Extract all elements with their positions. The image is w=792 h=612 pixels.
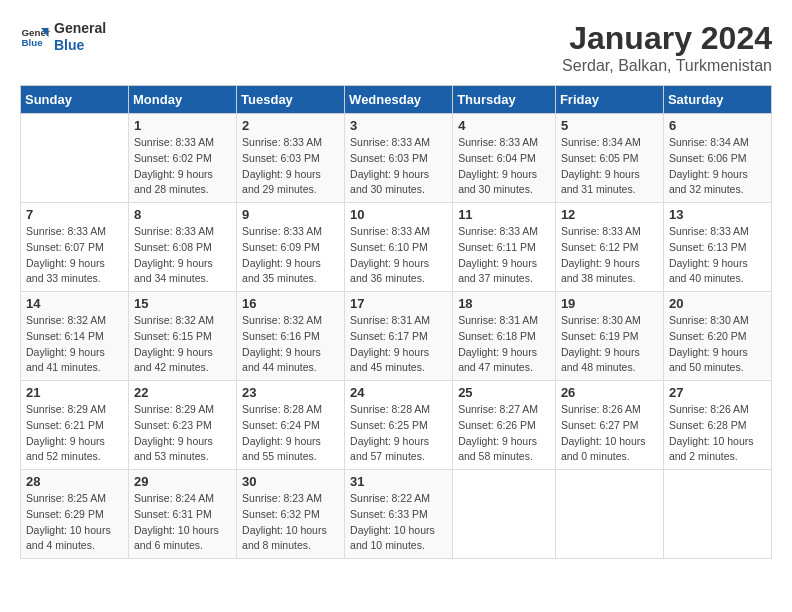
calendar-cell: 13Sunrise: 8:33 AM Sunset: 6:13 PM Dayli… — [663, 203, 771, 292]
day-number: 13 — [669, 207, 766, 222]
calendar-cell: 2Sunrise: 8:33 AM Sunset: 6:03 PM Daylig… — [237, 114, 345, 203]
day-number: 26 — [561, 385, 658, 400]
calendar-cell — [453, 470, 556, 559]
week-row-2: 14Sunrise: 8:32 AM Sunset: 6:14 PM Dayli… — [21, 292, 772, 381]
day-number: 27 — [669, 385, 766, 400]
day-number: 22 — [134, 385, 231, 400]
day-number: 16 — [242, 296, 339, 311]
calendar-table: SundayMondayTuesdayWednesdayThursdayFrid… — [20, 85, 772, 559]
calendar-cell — [663, 470, 771, 559]
day-number: 4 — [458, 118, 550, 133]
day-info: Sunrise: 8:33 AM Sunset: 6:04 PM Dayligh… — [458, 135, 550, 198]
day-info: Sunrise: 8:33 AM Sunset: 6:08 PM Dayligh… — [134, 224, 231, 287]
calendar-cell — [555, 470, 663, 559]
calendar-cell: 15Sunrise: 8:32 AM Sunset: 6:15 PM Dayli… — [129, 292, 237, 381]
day-info: Sunrise: 8:30 AM Sunset: 6:20 PM Dayligh… — [669, 313, 766, 376]
calendar-cell: 9Sunrise: 8:33 AM Sunset: 6:09 PM Daylig… — [237, 203, 345, 292]
svg-text:Blue: Blue — [22, 37, 44, 48]
calendar-cell — [21, 114, 129, 203]
day-info: Sunrise: 8:24 AM Sunset: 6:31 PM Dayligh… — [134, 491, 231, 554]
logo-text-blue: Blue — [54, 37, 106, 54]
day-info: Sunrise: 8:31 AM Sunset: 6:18 PM Dayligh… — [458, 313, 550, 376]
day-info: Sunrise: 8:33 AM Sunset: 6:11 PM Dayligh… — [458, 224, 550, 287]
day-info: Sunrise: 8:33 AM Sunset: 6:12 PM Dayligh… — [561, 224, 658, 287]
calendar-subtitle: Serdar, Balkan, Turkmenistan — [562, 57, 772, 75]
day-info: Sunrise: 8:22 AM Sunset: 6:33 PM Dayligh… — [350, 491, 447, 554]
day-number: 18 — [458, 296, 550, 311]
calendar-cell: 17Sunrise: 8:31 AM Sunset: 6:17 PM Dayli… — [345, 292, 453, 381]
calendar-cell: 23Sunrise: 8:28 AM Sunset: 6:24 PM Dayli… — [237, 381, 345, 470]
week-row-0: 1Sunrise: 8:33 AM Sunset: 6:02 PM Daylig… — [21, 114, 772, 203]
day-info: Sunrise: 8:31 AM Sunset: 6:17 PM Dayligh… — [350, 313, 447, 376]
day-number: 30 — [242, 474, 339, 489]
day-number: 24 — [350, 385, 447, 400]
day-info: Sunrise: 8:28 AM Sunset: 6:25 PM Dayligh… — [350, 402, 447, 465]
day-info: Sunrise: 8:33 AM Sunset: 6:02 PM Dayligh… — [134, 135, 231, 198]
calendar-cell: 7Sunrise: 8:33 AM Sunset: 6:07 PM Daylig… — [21, 203, 129, 292]
calendar-cell: 10Sunrise: 8:33 AM Sunset: 6:10 PM Dayli… — [345, 203, 453, 292]
day-info: Sunrise: 8:32 AM Sunset: 6:16 PM Dayligh… — [242, 313, 339, 376]
day-info: Sunrise: 8:33 AM Sunset: 6:13 PM Dayligh… — [669, 224, 766, 287]
day-info: Sunrise: 8:25 AM Sunset: 6:29 PM Dayligh… — [26, 491, 123, 554]
calendar-cell: 3Sunrise: 8:33 AM Sunset: 6:03 PM Daylig… — [345, 114, 453, 203]
day-number: 28 — [26, 474, 123, 489]
day-number: 7 — [26, 207, 123, 222]
header-row: SundayMondayTuesdayWednesdayThursdayFrid… — [21, 86, 772, 114]
day-info: Sunrise: 8:26 AM Sunset: 6:28 PM Dayligh… — [669, 402, 766, 465]
calendar-cell: 22Sunrise: 8:29 AM Sunset: 6:23 PM Dayli… — [129, 381, 237, 470]
header-cell-tuesday: Tuesday — [237, 86, 345, 114]
calendar-cell: 5Sunrise: 8:34 AM Sunset: 6:05 PM Daylig… — [555, 114, 663, 203]
calendar-cell: 12Sunrise: 8:33 AM Sunset: 6:12 PM Dayli… — [555, 203, 663, 292]
calendar-cell: 20Sunrise: 8:30 AM Sunset: 6:20 PM Dayli… — [663, 292, 771, 381]
day-number: 23 — [242, 385, 339, 400]
header-cell-wednesday: Wednesday — [345, 86, 453, 114]
day-number: 8 — [134, 207, 231, 222]
day-info: Sunrise: 8:33 AM Sunset: 6:07 PM Dayligh… — [26, 224, 123, 287]
day-number: 5 — [561, 118, 658, 133]
day-number: 12 — [561, 207, 658, 222]
day-info: Sunrise: 8:32 AM Sunset: 6:15 PM Dayligh… — [134, 313, 231, 376]
calendar-cell: 29Sunrise: 8:24 AM Sunset: 6:31 PM Dayli… — [129, 470, 237, 559]
logo-text-general: General — [54, 20, 106, 37]
day-number: 2 — [242, 118, 339, 133]
day-number: 1 — [134, 118, 231, 133]
day-number: 9 — [242, 207, 339, 222]
calendar-cell: 11Sunrise: 8:33 AM Sunset: 6:11 PM Dayli… — [453, 203, 556, 292]
calendar-cell: 8Sunrise: 8:33 AM Sunset: 6:08 PM Daylig… — [129, 203, 237, 292]
week-row-4: 28Sunrise: 8:25 AM Sunset: 6:29 PM Dayli… — [21, 470, 772, 559]
week-row-3: 21Sunrise: 8:29 AM Sunset: 6:21 PM Dayli… — [21, 381, 772, 470]
day-info: Sunrise: 8:33 AM Sunset: 6:09 PM Dayligh… — [242, 224, 339, 287]
day-info: Sunrise: 8:23 AM Sunset: 6:32 PM Dayligh… — [242, 491, 339, 554]
day-info: Sunrise: 8:30 AM Sunset: 6:19 PM Dayligh… — [561, 313, 658, 376]
day-info: Sunrise: 8:33 AM Sunset: 6:03 PM Dayligh… — [242, 135, 339, 198]
title-section: January 2024 Serdar, Balkan, Turkmenista… — [562, 20, 772, 75]
calendar-cell: 25Sunrise: 8:27 AM Sunset: 6:26 PM Dayli… — [453, 381, 556, 470]
calendar-cell: 30Sunrise: 8:23 AM Sunset: 6:32 PM Dayli… — [237, 470, 345, 559]
calendar-cell: 6Sunrise: 8:34 AM Sunset: 6:06 PM Daylig… — [663, 114, 771, 203]
day-info: Sunrise: 8:34 AM Sunset: 6:06 PM Dayligh… — [669, 135, 766, 198]
calendar-cell: 16Sunrise: 8:32 AM Sunset: 6:16 PM Dayli… — [237, 292, 345, 381]
day-number: 31 — [350, 474, 447, 489]
day-number: 10 — [350, 207, 447, 222]
calendar-cell: 14Sunrise: 8:32 AM Sunset: 6:14 PM Dayli… — [21, 292, 129, 381]
day-info: Sunrise: 8:29 AM Sunset: 6:23 PM Dayligh… — [134, 402, 231, 465]
day-number: 3 — [350, 118, 447, 133]
header-cell-saturday: Saturday — [663, 86, 771, 114]
day-info: Sunrise: 8:26 AM Sunset: 6:27 PM Dayligh… — [561, 402, 658, 465]
calendar-cell: 1Sunrise: 8:33 AM Sunset: 6:02 PM Daylig… — [129, 114, 237, 203]
header-cell-sunday: Sunday — [21, 86, 129, 114]
week-row-1: 7Sunrise: 8:33 AM Sunset: 6:07 PM Daylig… — [21, 203, 772, 292]
header-cell-friday: Friday — [555, 86, 663, 114]
calendar-cell: 31Sunrise: 8:22 AM Sunset: 6:33 PM Dayli… — [345, 470, 453, 559]
day-number: 6 — [669, 118, 766, 133]
calendar-cell: 21Sunrise: 8:29 AM Sunset: 6:21 PM Dayli… — [21, 381, 129, 470]
day-number: 20 — [669, 296, 766, 311]
calendar-cell: 18Sunrise: 8:31 AM Sunset: 6:18 PM Dayli… — [453, 292, 556, 381]
calendar-cell: 4Sunrise: 8:33 AM Sunset: 6:04 PM Daylig… — [453, 114, 556, 203]
day-number: 17 — [350, 296, 447, 311]
header: General Blue General Blue January 2024 S… — [20, 20, 772, 75]
day-number: 19 — [561, 296, 658, 311]
day-number: 29 — [134, 474, 231, 489]
calendar-cell: 27Sunrise: 8:26 AM Sunset: 6:28 PM Dayli… — [663, 381, 771, 470]
calendar-cell: 24Sunrise: 8:28 AM Sunset: 6:25 PM Dayli… — [345, 381, 453, 470]
